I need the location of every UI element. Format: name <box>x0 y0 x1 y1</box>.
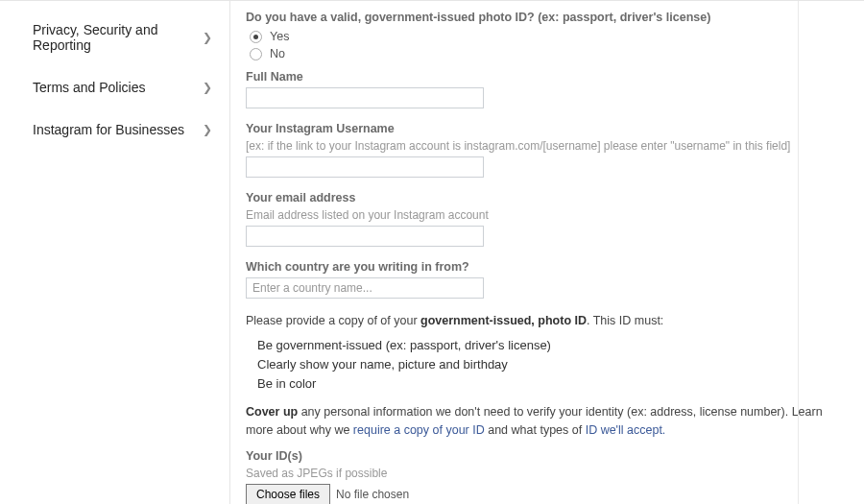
id-accept-link[interactable]: ID we'll accept. <box>586 423 666 437</box>
choose-files-button[interactable]: Choose files <box>246 484 330 504</box>
radio-icon <box>250 31 262 43</box>
chevron-right-icon: ❯ <box>203 31 212 44</box>
username-input[interactable] <box>246 156 484 178</box>
sidebar-item-label: Instagram for Businesses <box>33 122 184 137</box>
req-item: Be in color <box>257 374 837 394</box>
sidebar-item-label: Privacy, Security and Reporting <box>33 22 203 53</box>
your-ids-hint: Saved as JPEGs if possible <box>246 467 837 480</box>
req-item: Be government-issued (ex: passport, driv… <box>257 336 837 355</box>
sidebar-item-label: Terms and Policies <box>33 80 146 95</box>
radio-no[interactable]: No <box>250 47 837 60</box>
radio-label: Yes <box>270 30 289 43</box>
chevron-right-icon: ❯ <box>203 81 212 94</box>
id-requirements: Be government-issued (ex: passport, driv… <box>257 336 837 394</box>
radio-label: No <box>270 47 285 60</box>
sidebar-item-terms[interactable]: Terms and Policies ❯ <box>0 66 229 108</box>
req-item: Clearly show your name, picture and birt… <box>257 355 837 374</box>
photo-id-question: Do you have a valid, government-issued p… <box>246 11 837 24</box>
your-ids-label: Your ID(s) <box>246 449 837 463</box>
country-input[interactable] <box>246 277 484 299</box>
email-input[interactable] <box>246 226 484 247</box>
full-name-input[interactable] <box>246 87 484 108</box>
copy-instruction: Please provide a copy of of your governm… <box>246 312 837 330</box>
username-label: Your Instagram Username <box>246 122 837 135</box>
full-name-label: Full Name <box>246 70 837 84</box>
email-hint: Email address listed on your Instagram a… <box>246 208 837 222</box>
sidebar: Privacy, Security and Reporting ❯ Terms … <box>0 1 230 504</box>
chevron-right-icon: ❯ <box>203 123 212 136</box>
form-panel: Do you have a valid, government-issued p… <box>230 1 864 504</box>
file-status: No file chosen <box>336 488 409 501</box>
require-id-link[interactable]: require a copy of your ID <box>353 423 485 437</box>
country-label: Which country are you writing in from? <box>246 260 837 274</box>
radio-icon <box>250 48 262 60</box>
sidebar-item-privacy[interactable]: Privacy, Security and Reporting ❯ <box>0 9 229 66</box>
sidebar-item-business[interactable]: Instagram for Businesses ❯ <box>0 108 229 151</box>
email-label: Your email address <box>246 191 837 204</box>
radio-yes[interactable]: Yes <box>250 30 837 43</box>
cover-up-instruction: Cover up any personal information we don… <box>246 403 837 440</box>
username-hint: [ex: if the link to your Instagram accou… <box>246 139 837 153</box>
